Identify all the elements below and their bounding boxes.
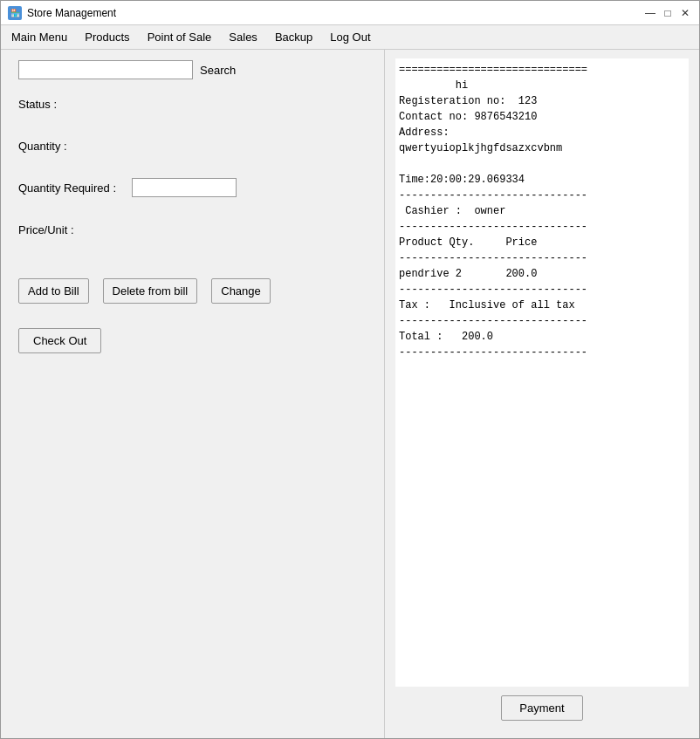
payment-row: Payment (395, 687, 689, 729)
window-title: Store Management (27, 7, 116, 19)
payment-button[interactable]: Payment (501, 695, 582, 721)
status-field-row: Status : (18, 93, 367, 114)
menu-item-main-menu[interactable]: Main Menu (4, 27, 74, 47)
checkout-row: Check Out (18, 328, 367, 353)
title-bar-left: 🏪 Store Management (8, 6, 116, 20)
add-to-bill-button[interactable]: Add to Bill (18, 278, 89, 304)
check-out-button[interactable]: Check Out (18, 328, 101, 353)
main-content: Search Status : Quantity : Quantity Requ… (1, 50, 699, 738)
main-window: 🏪 Store Management — □ ✕ Main Menu Produ… (0, 0, 700, 739)
quantity-required-label: Quantity Required : (18, 181, 132, 195)
right-panel: ============================== hi Regist… (385, 50, 699, 738)
price-unit-label: Price/Unit : (18, 223, 132, 236)
minimize-button[interactable]: — (643, 6, 657, 20)
search-input[interactable] (18, 60, 193, 79)
status-label: Status : (18, 98, 132, 111)
menu-item-sales[interactable]: Sales (222, 27, 264, 47)
action-buttons-row: Add to Bill Delete from bill Change (18, 278, 367, 304)
receipt-area: ============================== hi Regist… (395, 58, 689, 687)
change-button[interactable]: Change (211, 278, 271, 304)
app-icon: 🏪 (8, 6, 22, 20)
quantity-field-row: Quantity : (18, 135, 367, 156)
menu-item-log-out[interactable]: Log Out (323, 27, 377, 47)
left-panel: Search Status : Quantity : Quantity Requ… (1, 50, 385, 738)
close-button[interactable]: ✕ (678, 6, 692, 20)
search-label: Search (200, 64, 236, 77)
title-bar: 🏪 Store Management — □ ✕ (1, 1, 699, 25)
maximize-button[interactable]: □ (661, 6, 675, 20)
menu-item-products[interactable]: Products (78, 27, 136, 47)
quantity-required-input[interactable] (132, 178, 237, 197)
menu-item-point-of-sale[interactable]: Point of Sale (141, 27, 219, 47)
menu-item-backup[interactable]: Backup (268, 27, 319, 47)
price-unit-field-row: Price/Unit : (18, 219, 367, 240)
quantity-required-field-row: Quantity Required : (18, 177, 367, 198)
delete-from-bill-button[interactable]: Delete from bill (103, 278, 198, 304)
search-row: Search (18, 60, 367, 79)
menu-bar: Main Menu Products Point of Sale Sales B… (1, 25, 699, 50)
title-controls: — □ ✕ (643, 6, 692, 20)
quantity-label: Quantity : (18, 140, 132, 153)
